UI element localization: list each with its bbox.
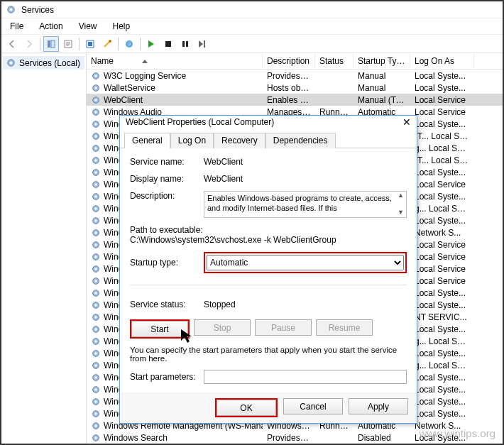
service-icon (91, 361, 101, 370)
stop-button: Stop (194, 319, 251, 336)
stop-icon[interactable] (160, 36, 176, 52)
table-row[interactable]: W3C Logging ServiceProvides W...ManualLo… (87, 70, 503, 82)
menu-action[interactable]: Action (36, 20, 65, 33)
service-icon (91, 385, 101, 395)
svg-point-15 (10, 62, 13, 65)
svg-rect-11 (182, 41, 185, 47)
col-desc[interactable]: Description (263, 53, 315, 69)
table-row[interactable]: WebClientEnables Win...Manual (Trig...Lo… (87, 94, 503, 106)
svg-rect-6 (88, 42, 92, 46)
pause-button: Pause (255, 319, 312, 336)
svg-point-67 (94, 376, 97, 379)
service-icon (91, 180, 101, 189)
svg-point-31 (94, 159, 97, 162)
col-logon[interactable]: Log On As (410, 53, 474, 69)
svg-point-49 (94, 268, 97, 270)
service-icon (91, 348, 101, 358)
svg-rect-12 (186, 41, 188, 47)
svg-text:?: ? (128, 41, 131, 48)
col-startup[interactable]: Startup Type (354, 53, 410, 69)
export-icon[interactable] (60, 36, 76, 52)
service-icon (91, 107, 101, 117)
help-icon[interactable]: ? (121, 36, 137, 52)
watermark: www.wintips.org (419, 427, 495, 439)
refresh-icon[interactable] (82, 36, 98, 52)
service-icon (91, 192, 101, 202)
svg-point-37 (94, 195, 97, 198)
sidebar-root-label: Services (Local) (19, 58, 80, 68)
svg-point-59 (94, 328, 97, 331)
menu-file[interactable]: File (7, 20, 26, 33)
svg-point-51 (94, 280, 97, 282)
services-icon (6, 4, 17, 16)
svg-point-25 (94, 123, 97, 126)
list-header: Name Description Status Startup Type Log… (87, 53, 503, 70)
service-icon (91, 216, 101, 226)
service-icon (91, 288, 101, 298)
service-icon (91, 95, 101, 105)
lbl-service-name: Service name: (130, 157, 198, 167)
lbl-service-status: Service status: (130, 300, 198, 309)
resume-button: Resume (316, 319, 373, 336)
lbl-path: Path to executable: (130, 225, 407, 235)
service-icon (91, 71, 101, 81)
svg-point-35 (94, 183, 97, 186)
restart-icon[interactable] (195, 36, 210, 52)
svg-point-71 (94, 400, 97, 403)
back-icon[interactable] (4, 36, 20, 52)
forward-icon[interactable] (21, 36, 37, 52)
tab-general[interactable]: General (124, 133, 170, 148)
service-icon (91, 397, 101, 407)
col-status[interactable]: Status (315, 53, 354, 69)
menu-help[interactable]: Help (110, 20, 133, 33)
val-display-name: WebClient (204, 174, 243, 184)
svg-point-77 (94, 436, 97, 439)
close-icon[interactable]: ✕ (402, 116, 411, 128)
svg-point-73 (94, 412, 97, 415)
svg-point-55 (94, 304, 97, 307)
svg-point-69 (94, 388, 97, 391)
description-scrollbar[interactable]: ▲▼ (395, 192, 406, 217)
svg-point-43 (94, 231, 97, 234)
description-box: Enables Windows-based programs to create… (204, 191, 407, 218)
service-icon (91, 276, 101, 286)
svg-point-57 (94, 316, 97, 319)
service-icon (91, 312, 101, 322)
svg-point-63 (94, 352, 97, 355)
service-icon (91, 83, 101, 93)
svg-point-53 (94, 292, 97, 295)
ok-button[interactable]: OK (217, 400, 276, 416)
properties-dialog: WebClient Properties (Local Computer) ✕ … (119, 115, 417, 424)
pause-icon[interactable] (177, 36, 193, 52)
start-params-input[interactable] (204, 370, 407, 384)
svg-point-39 (94, 207, 97, 210)
svg-rect-3 (51, 40, 55, 48)
arrow-cursor-icon (180, 328, 198, 344)
play-icon[interactable] (143, 36, 159, 52)
tab-recovery[interactable]: Recovery (214, 133, 265, 148)
menu-view[interactable]: View (76, 20, 100, 33)
dialog-title: WebClient Properties (Local Computer) (126, 117, 274, 127)
apply-button[interactable]: Apply (349, 398, 408, 414)
tab-dependencies[interactable]: Dependencies (265, 133, 336, 148)
service-icon (91, 155, 101, 165)
service-icon (91, 421, 101, 431)
properties-icon[interactable] (99, 36, 115, 52)
service-icon (91, 324, 101, 334)
show-hide-icon[interactable] (43, 36, 59, 52)
service-icon (91, 373, 101, 383)
toolbar: ? (1, 35, 503, 53)
lbl-startup-type: Startup type: (130, 258, 198, 268)
sidebar: Services (Local) (1, 53, 87, 444)
service-icon (91, 204, 101, 214)
table-row[interactable]: WalletServiceHosts objec...ManualLocal S… (87, 82, 503, 94)
service-icon (91, 240, 101, 250)
col-name[interactable]: Name (87, 53, 263, 69)
val-service-name: WebClient (204, 157, 243, 167)
cancel-button[interactable]: Cancel (283, 398, 343, 414)
tab-logon[interactable]: Log On (170, 133, 214, 148)
startup-type-select[interactable]: Automatic (207, 255, 404, 270)
svg-point-19 (94, 87, 97, 89)
svg-rect-13 (204, 40, 205, 48)
sidebar-root[interactable]: Services (Local) (3, 56, 84, 70)
